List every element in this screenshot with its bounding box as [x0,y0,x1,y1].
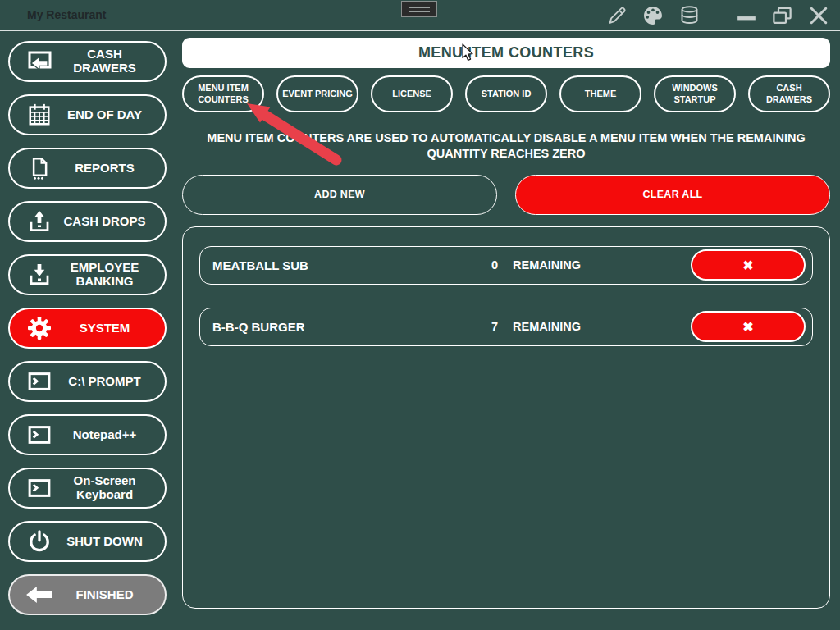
sidebar-item-label: REPORTS [54,162,165,176]
item-remaining-label: REMAINING [513,258,581,272]
sidebar-item-c-prompt[interactable]: C:\ PROMPT [8,361,167,402]
app-window: My Restaurant [0,0,840,628]
tablet-mode-icon [409,7,430,8]
item-remaining-count: 0 [459,258,498,272]
window-body: CASH DRAWERS END OF DAY [0,31,840,628]
main-panel: MENU ITEM COUNTERS MENU ITEM COUNTERS EV… [176,31,840,628]
action-buttons: ADD NEW CLEAR ALL [182,175,830,215]
terminal-icon [25,369,54,394]
sidebar-item-system[interactable]: SYSTEM [8,308,167,349]
sidebar-item-label: END OF DAY [54,108,165,122]
tablet-mode-button[interactable] [401,1,437,17]
sidebar: CASH DRAWERS END OF DAY [0,31,176,628]
sidebar-item-end-of-day[interactable]: END OF DAY [8,94,167,135]
close-button[interactable] [807,4,830,27]
item-name: B-B-Q BURGER [212,320,459,334]
sidebar-item-shut-down[interactable]: SHUT DOWN [8,521,167,562]
tab-menu-item-counters[interactable]: MENU ITEM COUNTERS [182,75,264,112]
sidebar-item-label: FINISHED [54,588,165,602]
power-icon [25,529,54,554]
description-text: MENU ITEM COUNTERS ARE USED TO AUTOMATIC… [182,130,830,162]
terminal-icon [25,476,54,500]
tab-license[interactable]: LICENSE [371,75,453,112]
sidebar-item-label: SYSTEM [54,322,165,336]
sidebar-item-label: Notepad++ [54,428,165,442]
counter-row-meatball-sub: MEATBALL SUB 0 REMAINING ✖ [199,246,813,285]
add-new-button[interactable]: ADD NEW [182,175,497,215]
item-name: MEATBALL SUB [212,258,459,272]
sidebar-item-label: CASH DRAWERS [54,48,165,75]
sidebar-item-label: SHUT DOWN [54,535,165,549]
sidebar-item-employee-banking[interactable]: EMPLOYEE BANKING [8,254,167,295]
counter-list: MEATBALL SUB 0 REMAINING ✖ B-B-Q BURGER … [182,226,830,609]
x-icon: ✖ [742,319,753,335]
delete-counter-button[interactable]: ✖ [691,311,806,342]
restore-button[interactable] [771,5,793,27]
tab-windows-startup[interactable]: WINDOWS STARTUP [654,75,736,112]
app-title: My Restaurant [27,8,106,21]
calendar-icon [25,103,54,127]
titlebar-actions [606,0,830,31]
tab-station-id[interactable]: STATION ID [465,75,547,112]
delete-counter-button[interactable]: ✖ [691,249,806,281]
cash-drop-icon [25,209,54,234]
back-arrow-icon [25,584,54,605]
pencil-icon[interactable] [606,5,628,26]
terminal-icon [25,422,54,447]
sidebar-item-cash-drawers[interactable]: CASH DRAWERS [8,41,167,82]
gear-icon [25,315,54,341]
database-icon[interactable] [678,5,701,27]
palette-icon[interactable] [641,4,664,27]
sidebar-item-label: EMPLOYEE BANKING [54,261,165,289]
sidebar-item-finished[interactable]: FINISHED [8,574,167,615]
sidebar-item-on-screen-keyboard[interactable]: On-Screen Keyboard [8,468,167,509]
cash-drawer-icon [25,49,54,74]
sidebar-item-cash-drops[interactable]: CASH DROPS [8,201,167,242]
sidebar-item-reports[interactable]: REPORTS [8,148,167,189]
item-remaining-count: 7 [459,320,498,333]
employee-banking-icon [25,262,54,287]
settings-tabs: MENU ITEM COUNTERS EVENT PRICING LICENSE… [182,75,830,112]
counter-row-bbq-burger: B-B-Q BURGER 7 REMAINING ✖ [199,308,813,346]
tab-cash-drawers[interactable]: CASH DRAWERS [748,75,830,112]
item-remaining-label: REMAINING [513,320,581,333]
tab-theme[interactable]: THEME [559,75,641,112]
sidebar-item-label: CASH DROPS [54,215,165,229]
titlebar: My Restaurant [0,0,840,31]
report-document-icon [25,156,54,180]
page-title: MENU ITEM COUNTERS [182,38,830,68]
tab-event-pricing[interactable]: EVENT PRICING [276,75,358,112]
sidebar-item-label: C:\ PROMPT [54,375,165,389]
x-icon: ✖ [742,258,753,273]
sidebar-item-notepad[interactable]: Notepad++ [8,414,167,455]
clear-all-button[interactable]: CLEAR ALL [515,175,830,215]
minimize-button[interactable] [736,5,757,26]
sidebar-item-label: On-Screen Keyboard [54,474,165,502]
